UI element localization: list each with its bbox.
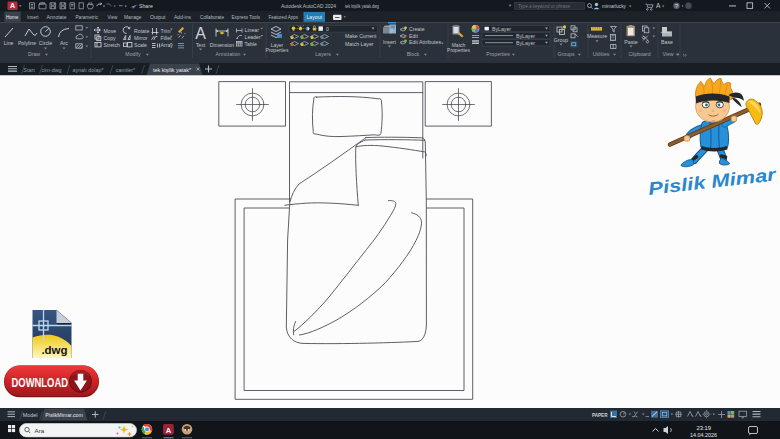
svg-text:Manage: Manage bbox=[124, 14, 142, 20]
svg-text:Copy: Copy bbox=[104, 35, 117, 41]
svg-text:Annotation: Annotation bbox=[216, 51, 241, 57]
svg-text:.dwg: .dwg bbox=[41, 344, 67, 356]
svg-text:Model: Model bbox=[23, 412, 38, 418]
svg-text:Group: Group bbox=[554, 37, 569, 43]
svg-text:Edit: Edit bbox=[409, 33, 418, 39]
svg-text:Edit Attributes: Edit Attributes bbox=[409, 39, 441, 45]
svg-text:14.04.2026: 14.04.2026 bbox=[690, 432, 717, 438]
svg-text:Home: Home bbox=[6, 14, 19, 20]
svg-text:Ara: Ara bbox=[35, 427, 45, 434]
svg-text:Line: Line bbox=[4, 40, 14, 46]
svg-text:Type a keyword or phrase: Type a keyword or phrase bbox=[518, 4, 570, 9]
svg-text:23:19: 23:19 bbox=[696, 425, 711, 431]
svg-text:Modify: Modify bbox=[125, 51, 141, 57]
svg-text:Polyline: Polyline bbox=[18, 40, 36, 46]
svg-text:Paste: Paste bbox=[624, 39, 637, 45]
svg-text:Table: Table bbox=[245, 41, 258, 47]
svg-text:Match Layer: Match Layer bbox=[345, 41, 374, 47]
svg-text:aynalı dolap*: aynalı dolap* bbox=[72, 67, 104, 73]
svg-text:Rotate: Rotate bbox=[134, 28, 149, 34]
svg-text:PAPER: PAPER bbox=[592, 413, 608, 418]
svg-text:Output: Output bbox=[150, 14, 166, 20]
svg-text:Make Current: Make Current bbox=[345, 33, 377, 39]
svg-text:Insert: Insert bbox=[27, 14, 39, 20]
svg-text:Start: Start bbox=[23, 67, 35, 73]
svg-text:DOWNLOAD: DOWNLOAD bbox=[12, 375, 69, 390]
svg-text:Stretch: Stretch bbox=[104, 42, 121, 48]
svg-text:mimarlucky: mimarlucky bbox=[602, 3, 626, 9]
svg-text:Express Tools: Express Tools bbox=[232, 14, 261, 20]
svg-text:Clipboard: Clipboard bbox=[628, 51, 650, 57]
svg-text:Parametric: Parametric bbox=[76, 14, 99, 20]
svg-text:Autodesk AutoCAD 2024: Autodesk AutoCAD 2024 bbox=[281, 3, 336, 9]
svg-text:ByLayer: ByLayer bbox=[492, 26, 511, 32]
svg-text:A: A bbox=[166, 426, 172, 435]
svg-text:?: ? bbox=[675, 3, 678, 9]
svg-text:A: A bbox=[195, 25, 206, 42]
svg-text:Collaborate: Collaborate bbox=[200, 14, 224, 20]
svg-text:Block: Block bbox=[407, 51, 420, 57]
svg-text:A: A bbox=[656, 2, 661, 9]
svg-text:Add-ins: Add-ins bbox=[174, 14, 192, 20]
svg-text:Insert: Insert bbox=[383, 39, 397, 45]
svg-text:Leader: Leader bbox=[245, 34, 261, 40]
svg-text:Text: Text bbox=[196, 42, 206, 48]
svg-text:Annotate: Annotate bbox=[47, 14, 67, 20]
svg-text:Linear: Linear bbox=[245, 27, 260, 33]
svg-text:Trim: Trim bbox=[161, 28, 171, 34]
svg-text:Arc: Arc bbox=[60, 40, 68, 46]
svg-text:Measure: Measure bbox=[587, 33, 607, 39]
svg-text:A: A bbox=[10, 2, 15, 9]
svg-text:Properties: Properties bbox=[447, 47, 470, 53]
svg-text:Layers: Layers bbox=[315, 51, 331, 57]
svg-text:Mirror: Mirror bbox=[134, 35, 148, 41]
svg-text:camiler*: camiler* bbox=[116, 67, 136, 73]
svg-text:Featured Apps: Featured Apps bbox=[269, 14, 299, 20]
svg-text:Base: Base bbox=[661, 39, 673, 45]
svg-text:Share: Share bbox=[139, 3, 153, 9]
svg-text:cim-dwg: cim-dwg bbox=[41, 67, 61, 73]
svg-text:ByLayer: ByLayer bbox=[516, 40, 535, 46]
svg-text:0: 0 bbox=[326, 26, 329, 32]
svg-text:tek kişilik yatak.dwg: tek kişilik yatak.dwg bbox=[345, 3, 379, 9]
svg-text:View: View bbox=[108, 14, 118, 20]
svg-text:PislikMimar.com: PislikMimar.com bbox=[45, 412, 82, 418]
svg-text:Move: Move bbox=[104, 28, 117, 34]
svg-text:Scale: Scale bbox=[134, 42, 147, 48]
svg-text:Fillet: Fillet bbox=[161, 35, 173, 41]
svg-text:Draw: Draw bbox=[28, 51, 40, 57]
svg-text:Layout: Layout bbox=[307, 14, 323, 20]
svg-text:Circle: Circle bbox=[39, 40, 52, 46]
svg-text:Utilities: Utilities bbox=[593, 51, 610, 57]
svg-text:Create: Create bbox=[409, 26, 425, 32]
svg-text:Properties: Properties bbox=[486, 51, 510, 57]
svg-text:Dimension: Dimension bbox=[210, 42, 235, 48]
svg-text:Groups: Groups bbox=[557, 51, 574, 57]
svg-text:ByLayer: ByLayer bbox=[516, 33, 535, 39]
svg-text:View: View bbox=[662, 51, 673, 57]
svg-text:Properties: Properties bbox=[266, 47, 289, 53]
svg-text:tek kişilik yatak*: tek kişilik yatak* bbox=[153, 67, 192, 73]
